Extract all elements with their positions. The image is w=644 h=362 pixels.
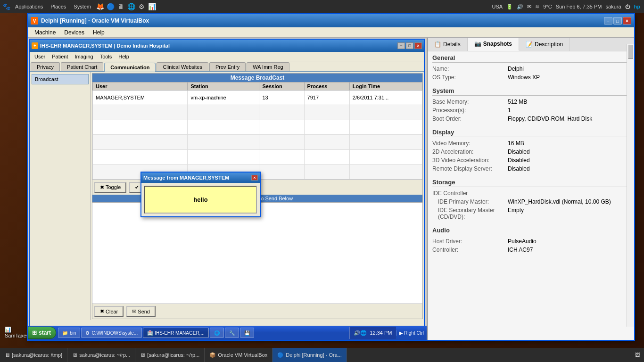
popup-title: Message from MANAGER,SYSTEM — [143, 175, 229, 181]
info-label: 2D Acceleration: — [432, 148, 508, 155]
send-button[interactable]: ✉ Send — [126, 306, 156, 317]
tab-wa-imm-reg[interactable]: WA Imm Reg — [247, 62, 289, 71]
info-value: 16 MB — [508, 140, 524, 147]
details-icon: 📋 — [434, 41, 441, 48]
taskbar-item-icons2[interactable]: 💾 — [240, 328, 254, 338]
power-icon[interactable]: ⏻ — [625, 4, 630, 9]
tab-snapshots[interactable]: 📷 Snapshots — [468, 38, 519, 51]
datetime: Sun Feb 6, 7:35 PM — [556, 4, 602, 9]
terminal-icon[interactable]: 🖥 — [116, 2, 125, 11]
tab-prov-entry[interactable]: Prov Entry — [209, 62, 246, 71]
taskbar-item-icons1[interactable]: 🔧 — [225, 328, 239, 338]
info-label: 3D Video Acceleration: — [432, 157, 508, 164]
terminal-icon: 🖥 — [5, 352, 10, 358]
display-section-title: Display — [432, 129, 629, 137]
right-ctrl-indicator: ▶ Right Ctrl — [396, 330, 427, 336]
info-label: Processor(s): — [432, 107, 508, 114]
applications-menu[interactable]: Applications — [12, 3, 46, 10]
info-value: Empty — [508, 207, 524, 220]
tab-details[interactable]: 📋 Details — [428, 38, 468, 51]
places-menu[interactable]: Places — [48, 3, 69, 10]
taskbar-item-bin[interactable]: 📁 bin — [58, 328, 80, 338]
taskbar-virtualbox[interactable]: 📦 Oracle VM VirtualBox — [205, 348, 272, 362]
xp-maximize-button[interactable]: □ — [406, 42, 413, 49]
xp-window: + IHS-EHR MANAGER,SYSTEM | Demo Indian H… — [29, 39, 425, 340]
toggle-icon: ✖ — [100, 184, 104, 190]
xp-titlebar: + IHS-EHR MANAGER,SYSTEM | Demo Indian H… — [30, 40, 424, 52]
systray-time: 12:34 PM — [370, 330, 392, 336]
vbox-maximize-button[interactable]: □ — [613, 17, 622, 25]
popup-close-button[interactable]: × — [251, 175, 258, 181]
info-value: Windows XP — [508, 74, 540, 81]
toggle-button[interactable]: ✖ Toggle — [94, 182, 126, 193]
info-label: Remote Display Server: — [432, 165, 508, 172]
xp-sidebar: Broadcast — [30, 72, 91, 320]
network-monitor-icon[interactable]: 📊 — [148, 2, 156, 11]
vbox-menu-machine[interactable]: Machine — [31, 28, 59, 37]
xp-menu-tools[interactable]: Tools — [97, 53, 115, 60]
info-row: Base Memory: 512 MB — [432, 98, 629, 106]
info-row: IDE Secondary Master (CD/DVD): Empty — [432, 206, 629, 221]
terminal-icon2: 🖥 — [72, 352, 77, 358]
volume-icon: 🔊 — [517, 4, 523, 10]
xp-close-button[interactable]: × — [414, 42, 422, 49]
taskbar-sakura-rp2[interactable]: 🖥 [sakura@icarus: ~/rp... — [135, 348, 205, 362]
taskbar-sakura-tmp[interactable]: 🖥 [sakura@icarus: /tmp] — [0, 348, 67, 362]
xp-menu-user[interactable]: User — [32, 53, 48, 60]
tab-privacy[interactable]: Privacy — [31, 62, 60, 71]
clear-button[interactable]: ✖ Clear — [94, 306, 124, 317]
temperature: 9°C — [543, 4, 552, 9]
snapshots-icon: 📷 — [474, 41, 481, 47]
tab-patient-chart[interactable]: Patient Chart — [61, 62, 103, 71]
display-section: Display Video Memory: 16 MB 2D Accelerat… — [428, 126, 634, 176]
taskbar-item-ehr[interactable]: 🏥 IHS-EHR MANAGER,... — [143, 328, 209, 338]
xp-minimize-button[interactable]: − — [397, 42, 405, 49]
disk-icon: 💾 — [244, 330, 250, 336]
vbox-content: + IHS-EHR MANAGER,SYSTEM | Demo Indian H… — [28, 38, 634, 340]
gnome-foot-icon[interactable]: 🐾 — [2, 2, 10, 11]
info-scrollbar[interactable] — [627, 44, 634, 327]
cell-login-time: 2/6/2011 7:31... — [349, 90, 422, 105]
xp-menu-help[interactable]: Help — [116, 53, 132, 60]
cell-station: vm-xp-machine — [188, 90, 259, 105]
firefox-icon[interactable]: 🦊 — [96, 2, 104, 11]
info-row: Controller: ICH AC97 — [432, 246, 629, 254]
taskbar-item-browser[interactable]: 🌐 — [210, 328, 224, 338]
tab-communication[interactable]: Communication — [104, 63, 156, 72]
app2-icon[interactable]: 🔵 — [106, 2, 115, 11]
vbox-minimize-button[interactable]: − — [604, 17, 612, 25]
xp-taskbar: ⊞ start 📁 bin ⚙ C:\WINDOWS\syste... — [28, 326, 427, 340]
col-user: User — [93, 82, 188, 90]
table-row — [93, 135, 422, 149]
vbox-menu-help[interactable]: Help — [89, 28, 108, 37]
description-icon: 📝 — [526, 41, 533, 48]
top-taskbar: 🐾 Applications Places System 🦊 🔵 🖥 🌐 ⚙ 📊… — [0, 0, 644, 13]
xp-menu-imaging[interactable]: Imaging — [72, 53, 96, 60]
tab-clinical-websites[interactable]: Clinical Websites — [157, 62, 208, 71]
scrollbar-thumb[interactable] — [628, 45, 633, 59]
taskbar-sakura-rp1[interactable]: 🖥 sakura@icarus: ~/rp... — [67, 348, 135, 362]
taskbar-item-windows[interactable]: ⚙ C:\WINDOWS\syste... — [81, 328, 142, 338]
app4-icon[interactable]: ⚙ — [137, 2, 146, 11]
info-tabs: 📋 Details 📷 Snapshots 📝 Description — [428, 38, 634, 51]
vbox-close-button[interactable]: × — [623, 17, 631, 25]
taskbar-delphi-running[interactable]: 🔵 Delphi [Running] - Ora... — [272, 348, 347, 362]
cell-process: 7917 — [304, 90, 349, 105]
cell-user: MANAGER,SYSTEM — [93, 90, 188, 105]
app3-icon[interactable]: 🌐 — [127, 2, 135, 11]
cell-session: 13 — [259, 90, 304, 105]
info-label: IDE Secondary Master (CD/DVD): — [432, 207, 508, 220]
info-label: Video Memory: — [432, 140, 508, 147]
systray-icons: 🔊🌐 — [354, 330, 367, 336]
tab-description[interactable]: 📝 Description — [519, 38, 570, 51]
info-label: Name: — [432, 66, 508, 72]
start-button[interactable]: ⊞ start — [28, 327, 56, 339]
system-menu[interactable]: System — [71, 3, 94, 10]
email-icon: ✉ — [527, 4, 531, 10]
info-value: Delphi — [508, 66, 524, 72]
sidebar-item-broadcast[interactable]: Broadcast — [32, 74, 89, 84]
vbox-menu-devices[interactable]: Devices — [60, 28, 88, 37]
folder-icon: 📁 — [62, 330, 68, 336]
xp-menu-patient[interactable]: Patient — [49, 53, 71, 60]
info-label: Controller: — [432, 247, 508, 253]
